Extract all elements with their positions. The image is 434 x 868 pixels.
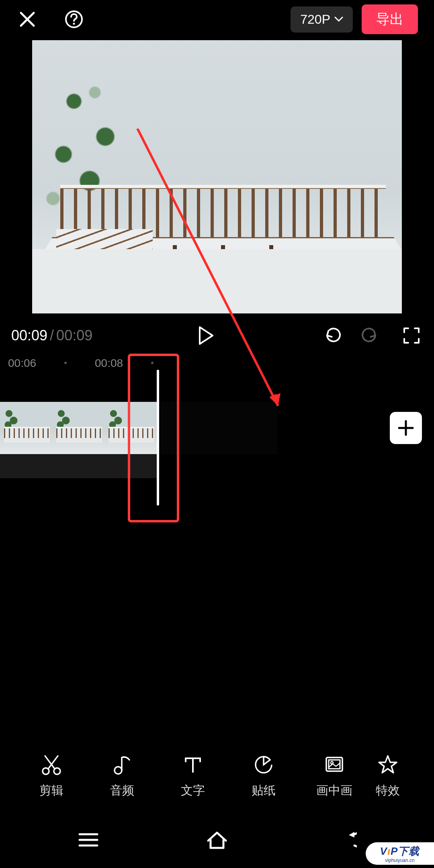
- plus-icon: [397, 420, 414, 436]
- timecode: 00:09/00:09: [11, 327, 92, 344]
- time-separator: /: [50, 327, 54, 344]
- ruler-mark: 00:08: [95, 357, 123, 370]
- bottom-toolbar: 剪辑 音频 文字 贴纸 画中画 特效: [0, 743, 434, 808]
- ruler-dot: [64, 362, 67, 364]
- help-button[interactable]: [63, 8, 85, 31]
- ruler-mark: 00:06: [8, 357, 36, 370]
- watermark: VιP下载 viphuiyuan.cn: [366, 842, 434, 865]
- chevron-down-icon: [334, 16, 343, 22]
- back-icon: [334, 831, 357, 849]
- top-bar: 720P 导出: [0, 0, 434, 39]
- svg-point-7: [115, 767, 122, 774]
- watermark-brand: VιP下载: [380, 844, 420, 858]
- playback-right-group: [320, 324, 423, 347]
- play-icon: [198, 326, 214, 345]
- duration-time: 00:09: [56, 327, 92, 344]
- clip-track[interactable]: [0, 402, 157, 454]
- playback-bar: 00:09/00:09: [0, 317, 434, 354]
- clip-thumbnail[interactable]: [52, 402, 104, 454]
- export-button[interactable]: 导出: [362, 4, 418, 34]
- tool-pip[interactable]: 画中画: [299, 753, 370, 799]
- tool-label: 贴纸: [252, 782, 276, 799]
- music-note-icon: [111, 753, 133, 776]
- video-preview[interactable]: [32, 40, 402, 313]
- tool-audio[interactable]: 音频: [87, 753, 158, 799]
- fullscreen-button[interactable]: [400, 324, 423, 347]
- tool-text[interactable]: 文字: [158, 753, 228, 799]
- timeline[interactable]: 00:06 00:08: [0, 354, 434, 671]
- nav-home-button[interactable]: [201, 828, 233, 852]
- time-ruler: 00:06 00:08: [0, 354, 434, 372]
- play-button[interactable]: [195, 324, 217, 347]
- undo-icon: [321, 326, 341, 345]
- tool-label: 特效: [376, 782, 400, 799]
- export-label: 导出: [376, 11, 403, 27]
- audio-track[interactable]: [0, 454, 157, 478]
- clip-track-tail: [157, 402, 277, 454]
- help-icon: [64, 10, 84, 29]
- clip-thumbnail[interactable]: [104, 402, 157, 454]
- redo-button[interactable]: [360, 324, 383, 347]
- resolution-label: 720P: [300, 12, 330, 27]
- menu-icon: [78, 832, 99, 848]
- tool-cut[interactable]: 剪辑: [16, 753, 87, 799]
- tool-label: 剪辑: [39, 782, 63, 799]
- text-icon: [182, 753, 204, 776]
- preview-snow: [32, 249, 402, 313]
- tool-label: 音频: [110, 782, 134, 799]
- nav-back-button[interactable]: [330, 828, 362, 852]
- tool-label: 文字: [181, 782, 205, 799]
- redo-icon: [362, 326, 381, 345]
- close-button[interactable]: [16, 8, 39, 31]
- tool-label: 画中画: [316, 782, 352, 799]
- ruler-dot: [151, 362, 154, 364]
- close-icon: [18, 10, 36, 28]
- tool-sticker[interactable]: 贴纸: [228, 753, 299, 799]
- star-icon: [377, 753, 399, 776]
- home-icon: [206, 830, 228, 850]
- watermark-url: viphuiyuan.cn: [385, 858, 414, 863]
- resolution-button[interactable]: 720P: [291, 6, 353, 33]
- tool-fx[interactable]: 特效: [370, 753, 406, 799]
- clip-thumbnail[interactable]: [0, 402, 52, 454]
- top-right-group: 720P 导出: [291, 4, 418, 34]
- current-time: 00:09: [11, 327, 47, 344]
- nav-menu-button[interactable]: [72, 828, 104, 852]
- preview-area: [0, 39, 434, 317]
- sticker-icon: [252, 753, 275, 776]
- svg-point-1: [73, 23, 75, 25]
- picture-in-picture-icon: [323, 753, 346, 776]
- top-left-group: [16, 8, 85, 31]
- fullscreen-icon: [403, 327, 420, 344]
- scissors-icon: [40, 753, 63, 776]
- add-clip-button[interactable]: [390, 412, 422, 444]
- undo-button[interactable]: [320, 324, 342, 347]
